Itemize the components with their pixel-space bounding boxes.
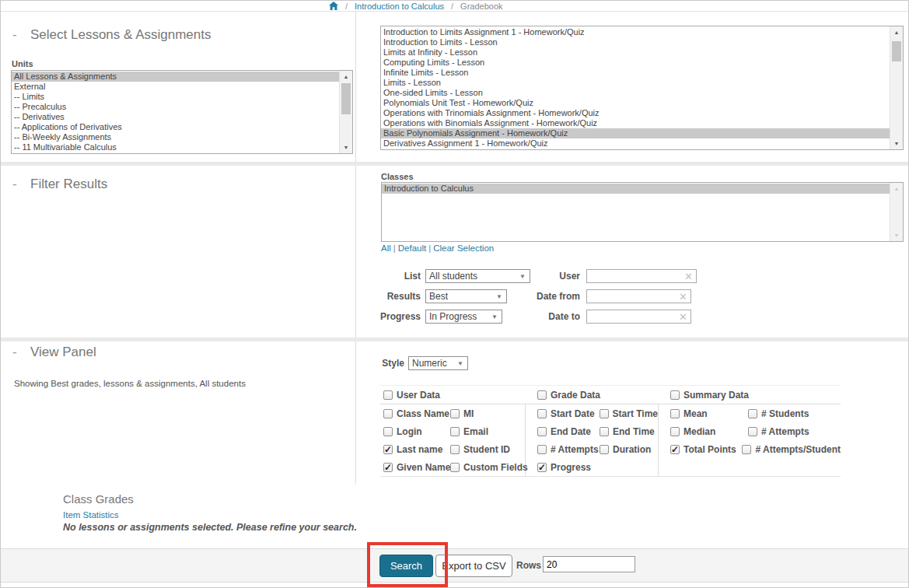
checkbox-login[interactable] bbox=[383, 427, 393, 436]
checkbox-label: Total Points bbox=[683, 444, 736, 455]
listbox-option[interactable]: -- Derivatives bbox=[12, 112, 339, 122]
link-separator: | bbox=[393, 243, 396, 253]
listbox-option[interactable]: Operations with Trinomials Assignment - … bbox=[381, 108, 890, 118]
select-all-link[interactable]: All bbox=[381, 243, 391, 253]
scrollbar-up-icon[interactable]: ▲ bbox=[890, 26, 903, 38]
view-summary-text: Showing Best grades, lessons & assignmen… bbox=[14, 379, 246, 388]
units-listbox[interactable]: All Lessons & AssignmentsExternal-- Limi… bbox=[11, 70, 353, 154]
user-input[interactable] bbox=[587, 271, 681, 282]
checkbox-end-time[interactable] bbox=[600, 427, 609, 436]
scrollbar[interactable]: ▲ ▼ bbox=[890, 183, 903, 241]
item-statistics-link[interactable]: Item Statistics bbox=[63, 510, 119, 520]
checkbox-class-name[interactable] bbox=[383, 409, 393, 418]
checkbox-mean[interactable] bbox=[670, 409, 680, 418]
scrollbar-down-icon[interactable]: ▼ bbox=[890, 138, 903, 149]
units-label: Units bbox=[12, 59, 33, 68]
clear-icon[interactable]: ✕ bbox=[681, 271, 696, 282]
checkbox-custom-fields[interactable] bbox=[450, 463, 460, 472]
checkbox-duration[interactable] bbox=[600, 445, 609, 454]
breadcrumb-separator: / bbox=[451, 2, 453, 11]
checkbox-last-name[interactable] bbox=[383, 445, 393, 454]
listbox-option[interactable]: Limits at Infinity - Lesson bbox=[381, 47, 890, 58]
checkbox-given-name[interactable] bbox=[383, 463, 393, 472]
clear-selection-link[interactable]: Clear Selection bbox=[433, 243, 494, 253]
selection-links: All|Default|Clear Selection bbox=[381, 243, 494, 253]
scrollbar-thumb[interactable] bbox=[892, 41, 901, 61]
checkbox-label: Given Name bbox=[397, 462, 450, 473]
checkbox-start-date[interactable] bbox=[537, 409, 547, 418]
date-to-input[interactable] bbox=[587, 311, 676, 322]
date-from-label: Date from bbox=[506, 289, 580, 303]
listbox-option[interactable]: Limits - Lesson bbox=[381, 78, 890, 88]
checkbox-attempts[interactable] bbox=[537, 445, 547, 454]
user-label: User bbox=[506, 269, 580, 283]
checkbox-median[interactable] bbox=[670, 427, 680, 436]
view-grid-cell: Given NameCustom Fields bbox=[380, 458, 526, 476]
progress-select[interactable]: In Progress ▼ bbox=[425, 310, 502, 324]
rows-input[interactable] bbox=[543, 556, 635, 572]
view-group-header: Grade Data bbox=[526, 386, 659, 404]
checkbox-grade-data[interactable] bbox=[537, 390, 547, 400]
checkbox-label: Custom Fields bbox=[463, 462, 528, 473]
checkbox-attempts[interactable] bbox=[748, 427, 757, 436]
listbox-option[interactable]: -- 11 Multivariable Calculus bbox=[12, 142, 339, 152]
listbox-option[interactable]: Infinite Limits - Lesson bbox=[381, 68, 890, 78]
scrollbar-up-icon[interactable]: ▲ bbox=[340, 71, 352, 82]
checkbox-student-id[interactable] bbox=[450, 445, 460, 454]
scrollbar[interactable]: ▲ ▼ bbox=[339, 71, 352, 153]
listbox-option[interactable]: One-sided Limits - Lesson bbox=[381, 88, 890, 98]
clear-icon[interactable]: ✕ bbox=[676, 311, 690, 323]
select-default-link[interactable]: Default bbox=[398, 243, 426, 253]
listbox-option[interactable]: Introduction to Limits - Lesson bbox=[381, 37, 890, 47]
date-from-wrap: ✕ bbox=[586, 289, 691, 303]
checkbox-user-data[interactable] bbox=[383, 390, 393, 400]
listbox-option[interactable]: -- Bi-Weekly Assignments bbox=[12, 132, 339, 142]
results-select[interactable]: Best ▼ bbox=[425, 289, 507, 303]
listbox-option[interactable]: -- Precalculus bbox=[12, 102, 339, 112]
collapse-toggle-icon[interactable]: - bbox=[12, 177, 17, 192]
assignments-listbox[interactable]: Introduction to Limits Assignment 1 - Ho… bbox=[380, 26, 904, 150]
scrollbar[interactable]: ▲ ▼ bbox=[890, 26, 903, 149]
scrollbar-down-icon[interactable]: ▼ bbox=[340, 142, 352, 153]
breadcrumb-course-link[interactable]: Introduction to Calculus bbox=[355, 2, 444, 11]
listbox-option[interactable]: Computing Limits - Lesson bbox=[381, 58, 890, 68]
rows-label: Rows bbox=[516, 560, 541, 571]
listbox-option[interactable]: Basic Polynomials Assignment - Homework/… bbox=[381, 128, 890, 138]
collapse-toggle-icon[interactable]: - bbox=[12, 345, 17, 360]
scrollbar-thumb[interactable] bbox=[341, 83, 351, 114]
checkbox-students[interactable] bbox=[748, 409, 757, 418]
style-select[interactable]: Numeric ▼ bbox=[408, 356, 468, 370]
checkbox-email[interactable] bbox=[450, 427, 460, 436]
listbox-option[interactable]: All Lessons & Assignments bbox=[12, 72, 339, 82]
date-from-input[interactable] bbox=[587, 291, 676, 302]
listbox-option[interactable]: -- Limits bbox=[12, 92, 339, 102]
user-field-wrap: ✕ bbox=[586, 269, 697, 283]
checkbox-progress[interactable] bbox=[537, 463, 547, 472]
home-icon[interactable] bbox=[329, 2, 338, 10]
date-to-label: Date to bbox=[506, 310, 580, 324]
checkbox-total-points[interactable] bbox=[670, 445, 680, 454]
checkbox-summary-data[interactable] bbox=[670, 390, 680, 400]
checkbox-attempts-student[interactable] bbox=[742, 445, 751, 454]
view-grid-cell: Start DateStart Time bbox=[526, 404, 659, 422]
clear-icon[interactable]: ✕ bbox=[676, 291, 690, 303]
listbox-option[interactable]: Introduction to Limits Assignment 1 - Ho… bbox=[381, 27, 890, 37]
checkbox-start-time[interactable] bbox=[600, 409, 609, 418]
view-grid-cell: Last nameStudent ID bbox=[380, 440, 526, 458]
view-grid-cell: Total Points# Attempts/Student bbox=[659, 440, 841, 458]
listbox-option[interactable]: Introduction to Calculus bbox=[382, 184, 890, 194]
listbox-option[interactable]: External bbox=[12, 82, 339, 92]
export-csv-button[interactable]: Export to CSV bbox=[435, 555, 512, 577]
listbox-option[interactable]: Operations with Binomials Assignment - H… bbox=[381, 118, 890, 128]
listbox-option[interactable]: Polynomials Unit Test - Homework/Quiz bbox=[381, 98, 890, 108]
checkbox-label: Start Time bbox=[613, 408, 658, 419]
search-button[interactable]: Search bbox=[379, 555, 433, 577]
no-results-message: No lessons or assignments selected. Plea… bbox=[63, 522, 357, 533]
checkbox-end-date[interactable] bbox=[537, 427, 547, 436]
listbox-option[interactable]: -- Applications of Derivatives bbox=[12, 122, 339, 132]
checkbox-mi[interactable] bbox=[450, 409, 460, 418]
view-grid-cell: Progress bbox=[526, 458, 659, 476]
collapse-toggle-icon[interactable]: - bbox=[12, 27, 17, 43]
listbox-option[interactable]: Derivatives Assignment 1 - Homework/Quiz bbox=[381, 138, 890, 149]
classes-listbox[interactable]: Introduction to Calculus ▲ ▼ bbox=[381, 182, 904, 242]
